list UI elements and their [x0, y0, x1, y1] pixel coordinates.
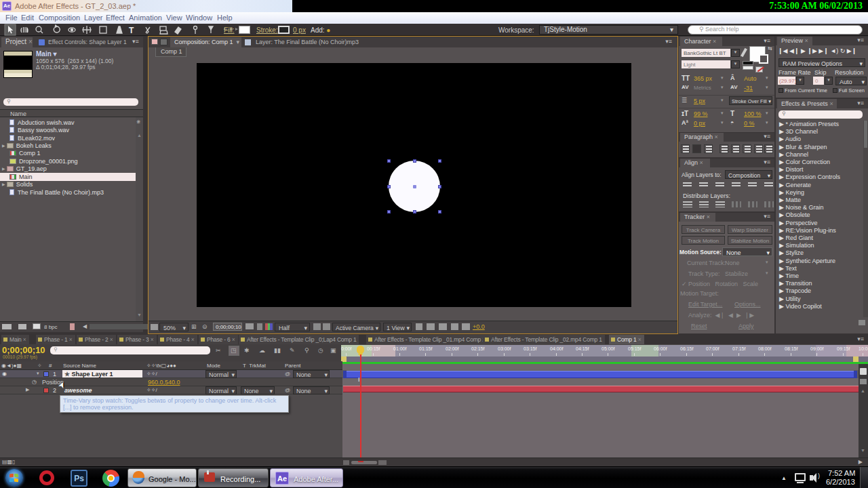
svg-text:T: T: [129, 26, 134, 35]
